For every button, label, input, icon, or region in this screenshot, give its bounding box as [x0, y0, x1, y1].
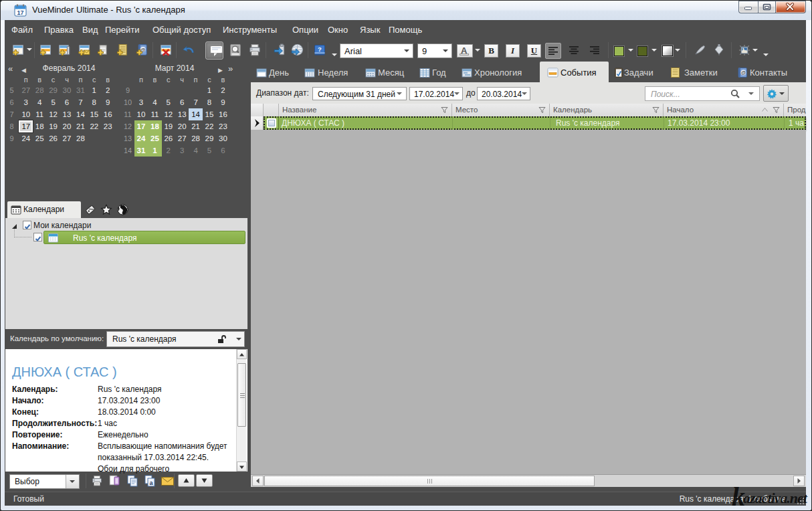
- svg-text:?: ?: [318, 45, 322, 53]
- svg-text:17: 17: [17, 9, 23, 16]
- svg-text:@: @: [741, 70, 746, 76]
